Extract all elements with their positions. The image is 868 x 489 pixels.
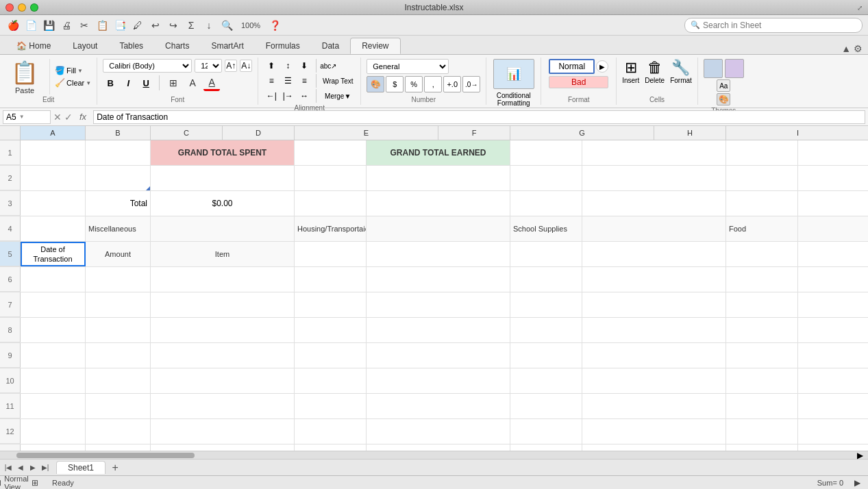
cell-d4[interactable]: Housing/Transportaion (295, 216, 367, 241)
col-header-a[interactable]: A (21, 126, 86, 140)
close-button[interactable] (5, 3, 14, 12)
cell-f2[interactable] (510, 166, 582, 190)
cell-d6[interactable] (295, 267, 367, 292)
cell-h10[interactable] (726, 368, 798, 393)
cell-f12[interactable] (510, 419, 582, 444)
cell-e2[interactable] (367, 166, 510, 190)
zoom-display[interactable]: 100% (237, 18, 264, 33)
cell-c7[interactable] (151, 292, 295, 317)
cell-e11[interactable] (367, 394, 510, 418)
merge-button[interactable]: Merge▼ (321, 89, 355, 103)
tab-charts[interactable]: Charts (154, 38, 200, 54)
cell-d12[interactable] (295, 419, 367, 444)
cell-f10[interactable] (510, 368, 582, 393)
window-resize[interactable]: ⤢ (857, 3, 863, 12)
next-sheet-button[interactable]: ▶ (27, 462, 38, 473)
cell-h9[interactable] (726, 343, 798, 368)
cell-d9[interactable] (295, 343, 367, 368)
scroll-right-button[interactable]: ▶ (857, 451, 865, 460)
font-size-select[interactable]: 12 (195, 59, 222, 73)
cell-e9[interactable] (367, 343, 510, 368)
cell-f8[interactable] (510, 318, 582, 342)
expand-format-button[interactable]: ▶ (596, 60, 608, 73)
cell-f6[interactable] (510, 267, 582, 292)
wrap-text-button[interactable]: Wrap Text (321, 74, 355, 88)
cell-e6[interactable] (367, 267, 510, 292)
align-bottom-button[interactable]: ⬇ (297, 59, 312, 73)
font-family-select[interactable]: Calibri (Body) (103, 59, 192, 73)
cell-c12[interactable] (151, 419, 295, 444)
cell-g11[interactable] (582, 394, 726, 418)
cell-g13[interactable] (582, 444, 726, 451)
italic-button[interactable]: I (121, 75, 136, 90)
cell-reference-box[interactable]: A5 ▼ (3, 110, 51, 124)
font-color-button[interactable]: A (203, 75, 220, 91)
search-input[interactable] (703, 21, 856, 30)
cell-b6[interactable] (86, 267, 151, 292)
cell-f11[interactable] (510, 394, 582, 418)
cell-d3[interactable] (295, 191, 367, 216)
cell-i4[interactable] (798, 216, 868, 241)
cell-i10[interactable] (798, 368, 868, 393)
brush-button[interactable]: 🖊 (130, 18, 145, 33)
cell-c9[interactable] (151, 343, 295, 368)
cell-a4[interactable] (21, 216, 86, 241)
cell-e1[interactable]: GRAND TOTAL EARNED (367, 140, 510, 165)
cell-d11[interactable] (295, 394, 367, 418)
cell-d1[interactable] (295, 140, 367, 165)
save-button[interactable]: 💾 (41, 18, 56, 33)
align-left-button[interactable]: ≡ (264, 74, 279, 88)
insert-button[interactable]: ⊞ Insert (622, 59, 639, 84)
cell-h7[interactable] (726, 292, 798, 317)
tab-home[interactable]: 🏠 Home (5, 38, 62, 54)
cell-c6[interactable] (151, 267, 295, 292)
align-middle-button[interactable]: ↕ (280, 59, 295, 73)
cell-h8[interactable] (726, 318, 798, 342)
align-top-button[interactable]: ⬆ (264, 59, 279, 73)
cell-a13[interactable] (21, 444, 86, 451)
cell-h6[interactable] (726, 267, 798, 292)
confirm-formula-button[interactable]: ✓ (64, 112, 73, 123)
col-header-h[interactable]: H (654, 126, 726, 140)
cell-b5[interactable]: Amount (86, 242, 151, 266)
cell-e7[interactable] (367, 292, 510, 317)
cut-button[interactable]: ✂ (77, 18, 92, 33)
paste-button[interactable]: 📋 (5, 59, 44, 86)
cell-b13[interactable] (86, 444, 151, 451)
cell-h11[interactable] (726, 394, 798, 418)
cell-a6[interactable] (21, 267, 86, 292)
decrease-indent-button[interactable]: ←| (264, 89, 279, 103)
percent-button[interactable]: % (405, 76, 423, 92)
format-cells-button[interactable]: 🔧 Format (670, 59, 692, 84)
sort-button[interactable]: ↓ (201, 18, 216, 33)
cell-h1[interactable] (726, 140, 798, 165)
cell-f4[interactable]: School Supplies (510, 216, 582, 241)
col-header-g[interactable]: G (510, 126, 654, 140)
tab-data[interactable]: Data (311, 38, 350, 54)
cell-h3[interactable] (726, 191, 798, 216)
tab-layout[interactable]: Layout (62, 38, 108, 54)
cell-c2[interactable] (151, 166, 295, 190)
number-format-select[interactable]: General (367, 59, 449, 74)
cell-b9[interactable] (86, 343, 151, 368)
conditional-formatting-menu-button[interactable]: 📊 (493, 59, 534, 89)
cell-i3[interactable] (798, 191, 868, 216)
cell-b7[interactable] (86, 292, 151, 317)
cell-a7[interactable] (21, 292, 86, 317)
sheet-tab-sheet1[interactable]: Sheet1 (56, 461, 106, 474)
highlight-color-button[interactable]: A (184, 75, 201, 91)
cell-h12[interactable] (726, 419, 798, 444)
prev-sheet-button[interactable]: ◀ (15, 462, 26, 473)
tab-smartart[interactable]: SmartArt (200, 38, 254, 54)
cell-e12[interactable] (367, 419, 510, 444)
underline-button[interactable]: U (138, 75, 153, 90)
borders-button[interactable]: ⊞ (165, 75, 182, 91)
cell-d2[interactable] (295, 166, 367, 190)
cell-b8[interactable] (86, 318, 151, 342)
minimize-button[interactable] (18, 3, 26, 12)
cell-e10[interactable] (367, 368, 510, 393)
accounting-button[interactable]: $ (386, 76, 404, 92)
copy-button[interactable]: 📋 (95, 18, 110, 33)
help-button[interactable]: ❓ (267, 18, 282, 33)
comma-button[interactable]: , (424, 76, 442, 92)
